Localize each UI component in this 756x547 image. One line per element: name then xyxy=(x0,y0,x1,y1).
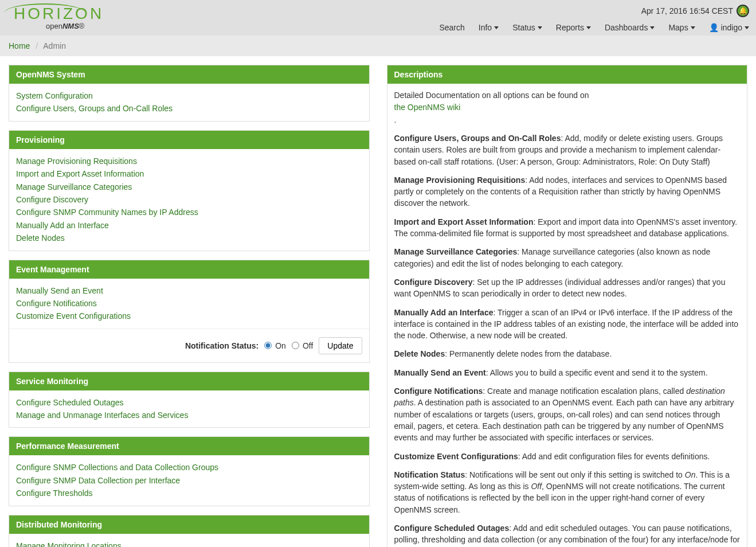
panel-body: System ConfigurationConfigure Users, Gro… xyxy=(9,84,369,121)
user-icon: 👤 xyxy=(709,23,719,32)
breadcrumb-separator: / xyxy=(36,41,38,50)
admin-link[interactable]: Manage and Unmanage Interfaces and Servi… xyxy=(16,409,362,421)
update-button[interactable]: Update xyxy=(319,337,362,354)
notification-status-row: Notification Status: On Off Update xyxy=(9,329,369,362)
admin-link[interactable]: Configure Users, Groups and On-Call Role… xyxy=(16,102,362,115)
panel-heading: Descriptions xyxy=(387,65,747,84)
nav-dashboards[interactable]: Dashboards xyxy=(605,23,655,32)
chevron-down-icon xyxy=(745,26,749,29)
chevron-down-icon xyxy=(538,26,542,29)
admin-link[interactable]: Configure SNMP Community Names by IP Add… xyxy=(16,206,362,218)
admin-link[interactable]: Manage Monitoring Locations xyxy=(16,540,362,547)
admin-link[interactable]: Manage Provisioning Requisitions xyxy=(16,155,362,167)
description-item: Customize Event Configurations: Add and … xyxy=(394,451,741,462)
timestamp: Apr 17, 2016 16:54 CEST xyxy=(641,6,733,15)
chevron-down-icon xyxy=(586,26,591,29)
panel-heading: Event Management xyxy=(9,260,369,279)
panel-provisioning: Provisioning Manage Provisioning Requisi… xyxy=(9,130,370,251)
panel-body: Configure SNMP Collections and Data Coll… xyxy=(9,455,369,505)
panel-body: Configure Scheduled OutagesManage and Un… xyxy=(9,390,369,428)
logo[interactable]: HORIZON openNMS® xyxy=(7,5,104,30)
admin-link[interactable]: Manually Add an Interface xyxy=(16,219,362,232)
notification-on-radio[interactable] xyxy=(264,342,272,349)
right-column: Descriptions Detailed Documentation on a… xyxy=(387,65,748,547)
breadcrumb-home[interactable]: Home xyxy=(9,41,30,50)
admin-link[interactable]: Configure Discovery xyxy=(16,193,362,206)
panel-heading: Performance Measurement xyxy=(9,437,369,455)
description-item: Manually Send an Event: Allows you to bu… xyxy=(394,367,741,378)
notification-off-label: Off xyxy=(303,341,313,350)
description-item: Manually Add an Interface: Trigger a sca… xyxy=(394,307,741,342)
breadcrumb: Home / Admin xyxy=(0,36,756,56)
descriptions-body: Detailed Documentation on all options ca… xyxy=(387,84,747,547)
description-item: Notification Status: Notifications will … xyxy=(394,469,741,515)
admin-link[interactable]: Delete Nodes xyxy=(16,232,362,244)
chevron-down-icon xyxy=(691,26,695,29)
nav-search[interactable]: Search xyxy=(439,23,464,32)
topbar: HORIZON openNMS® Apr 17, 2016 16:54 CEST… xyxy=(0,0,756,36)
description-item: Manage Provisioning Requisitions: Add no… xyxy=(394,174,741,209)
descriptions-intro: Detailed Documentation on all options ca… xyxy=(394,89,741,126)
notification-on-label: On xyxy=(275,341,286,350)
nav-user[interactable]: 👤indigo xyxy=(709,23,749,32)
nav-status[interactable]: Status xyxy=(512,23,542,32)
nav-info[interactable]: Info xyxy=(479,23,499,32)
description-item: Manage Surveillance Categories: Manage s… xyxy=(394,246,741,269)
admin-link[interactable]: Configure SNMP Collections and Data Coll… xyxy=(16,461,362,474)
panel-service-monitoring: Service Monitoring Configure Scheduled O… xyxy=(9,372,370,428)
description-item: Configure Notifications: Create and mana… xyxy=(394,385,741,443)
panel-body: Manually Send an EventConfigure Notifica… xyxy=(9,279,369,329)
panel-heading: Provisioning xyxy=(9,131,369,149)
panel-event-management: Event Management Manually Send an EventC… xyxy=(9,260,370,363)
panel-heading: Service Monitoring xyxy=(9,372,369,390)
admin-link[interactable]: System Configuration xyxy=(16,89,362,102)
description-item: Configure Users, Groups and On-Call Role… xyxy=(394,132,741,167)
notification-status-label: Notification Status: xyxy=(185,341,258,350)
left-column: OpenNMS System System ConfigurationConfi… xyxy=(9,65,370,547)
panel-opennms-system: OpenNMS System System ConfigurationConfi… xyxy=(9,65,370,122)
nav-maps[interactable]: Maps xyxy=(668,23,695,32)
navbar: Search Info Status Reports Dashboards Ma… xyxy=(439,23,749,32)
panel-body: Manage Provisioning RequisitionsImport a… xyxy=(9,149,369,251)
panel-performance-measurement: Performance Measurement Configure SNMP C… xyxy=(9,436,370,506)
description-item: Import and Export Asset Information: Exp… xyxy=(394,216,741,240)
chevron-down-icon xyxy=(494,26,499,29)
admin-link[interactable]: Configure Notifications xyxy=(16,297,362,310)
panel-distributed-monitoring: Distributed Monitoring Manage Monitoring… xyxy=(9,515,370,547)
admin-link[interactable]: Manually Send an Event xyxy=(16,284,362,297)
notification-bell-icon[interactable]: 🔔 xyxy=(737,5,749,17)
opennms-wiki-link[interactable]: the OpenNMS wiki xyxy=(394,101,741,114)
panel-descriptions: Descriptions Detailed Documentation on a… xyxy=(387,65,748,547)
panel-heading: OpenNMS System xyxy=(9,65,369,84)
admin-link[interactable]: Configure Scheduled Outages xyxy=(16,396,362,409)
admin-link[interactable]: Configure Thresholds xyxy=(16,487,362,499)
panel-heading: Distributed Monitoring xyxy=(9,515,369,534)
description-item: Configure Scheduled Outages: Add and edi… xyxy=(394,522,741,547)
admin-link[interactable]: Configure SNMP Data Collection per Inter… xyxy=(16,474,362,487)
description-item: Configure Discovery: Set up the IP addre… xyxy=(394,276,741,300)
description-item: Delete Nodes: Permanently delete nodes f… xyxy=(394,348,741,360)
breadcrumb-current: Admin xyxy=(43,41,66,50)
panel-body: Manage Monitoring LocationsManage Applic… xyxy=(9,534,369,547)
chevron-down-icon xyxy=(650,26,655,29)
notification-off-radio[interactable] xyxy=(292,342,299,349)
admin-link[interactable]: Import and Export Asset Information xyxy=(16,167,362,180)
admin-link[interactable]: Manage Surveillance Categories xyxy=(16,181,362,193)
admin-link[interactable]: Customize Event Configurations xyxy=(16,310,362,322)
nav-reports[interactable]: Reports xyxy=(556,23,591,32)
